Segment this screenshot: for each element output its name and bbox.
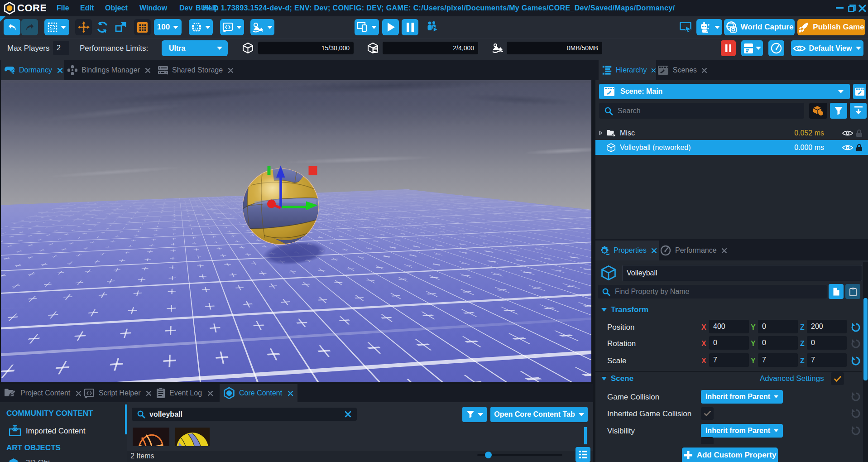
svg-text:CORE: CORE (17, 3, 46, 14)
